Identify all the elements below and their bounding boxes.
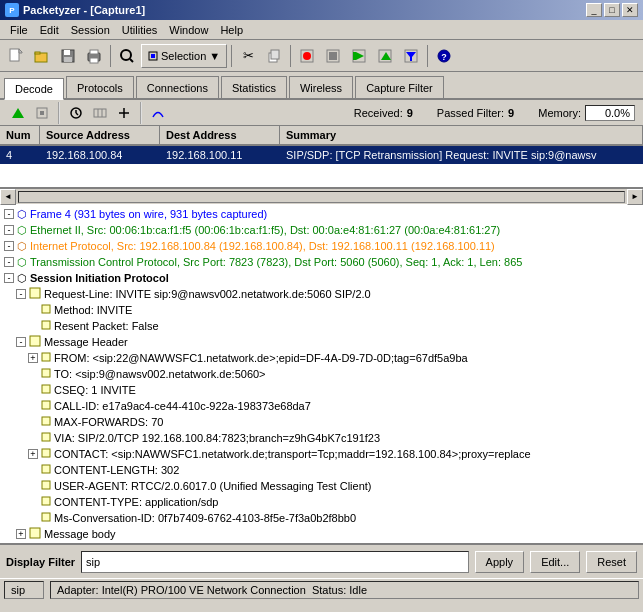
- tree-row-from[interactable]: + FROM: <sip:22@NAWWSFC1.netatwork.de>;e…: [0, 350, 643, 366]
- via-text: VIA: SIP/2.0/TCP 192.168.100.84:7823;bra…: [54, 432, 380, 444]
- resent-text: Resent Packet: False: [54, 320, 159, 332]
- tree-row-ms-conv[interactable]: Ms-Conversation-ID: 0f7b7409-6762-4103-8…: [0, 510, 643, 526]
- col-sum-header[interactable]: Summary: [280, 126, 643, 144]
- minimize-button[interactable]: _: [586, 3, 602, 17]
- tree-row-msg-body[interactable]: + Message body: [0, 526, 643, 542]
- tab-wireless[interactable]: Wireless: [289, 76, 353, 98]
- tab-decode[interactable]: Decode: [4, 78, 64, 100]
- expand-frame[interactable]: -: [4, 209, 14, 219]
- pkt-sum: SIP/SDP: [TCP Retransmission] Request: I…: [280, 148, 643, 162]
- dropdown-arrow: ▼: [209, 50, 220, 62]
- print-button[interactable]: [82, 44, 106, 68]
- cut-button[interactable]: ✂: [236, 44, 260, 68]
- tree-row-req-line[interactable]: - Request-Line: INVITE sip:9@nawsv002.ne…: [0, 286, 643, 302]
- menu-window[interactable]: Window: [163, 22, 214, 38]
- menu-utilities[interactable]: Utilities: [116, 22, 163, 38]
- capture-options[interactable]: [373, 44, 397, 68]
- maximize-button[interactable]: □: [604, 3, 620, 17]
- col-src-header[interactable]: Source Address: [40, 126, 160, 144]
- help-button[interactable]: ?: [432, 44, 456, 68]
- packet-tree[interactable]: - ⬡ Frame 4 (931 bytes on wire, 931 byte…: [0, 204, 643, 544]
- col-dst-header[interactable]: Dest Address: [160, 126, 280, 144]
- menu-edit[interactable]: Edit: [34, 22, 65, 38]
- ms-conv-icon: [41, 512, 51, 524]
- cseq-text: CSEQ: 1 INVITE: [54, 384, 136, 396]
- scroll-left[interactable]: ◄: [0, 189, 16, 205]
- eth-text: Ethernet II, Src: 00:06:1b:ca:f1:f5 (00:…: [30, 224, 500, 236]
- tree-row-msg-hdr[interactable]: - Message Header: [0, 334, 643, 350]
- reset-button[interactable]: Reset: [586, 551, 637, 573]
- expand-eth[interactable]: -: [4, 225, 14, 235]
- save-button[interactable]: [56, 44, 80, 68]
- expand-msg-hdr[interactable]: -: [16, 337, 26, 347]
- sip-text: Session Initiation Protocol: [30, 272, 169, 284]
- new-button[interactable]: [4, 44, 28, 68]
- tab-capture-filter[interactable]: Capture Filter: [355, 76, 444, 98]
- tree-row-frame[interactable]: - ⬡ Frame 4 (931 bytes on wire, 931 byte…: [0, 206, 643, 222]
- menu-bar: File Edit Session Utilities Window Help: [0, 20, 643, 40]
- capture-filter[interactable]: [399, 44, 423, 68]
- tree-row-maxfwd[interactable]: MAX-FORWARDS: 70: [0, 414, 643, 430]
- expand-req-line[interactable]: -: [16, 289, 26, 299]
- tree-row-content-type[interactable]: CONTENT-TYPE: application/sdp: [0, 494, 643, 510]
- menu-session[interactable]: Session: [65, 22, 116, 38]
- tree-row-eth[interactable]: - ⬡ Ethernet II, Src: 00:06:1b:ca:f1:f5 …: [0, 222, 643, 238]
- tree-row-callid[interactable]: CALL-ID: e17a9ac4-ce44-410c-922a-198373e…: [0, 398, 643, 414]
- tree-row-tcp[interactable]: - ⬡ Transmission Control Protocol, Src P…: [0, 254, 643, 270]
- tree-row-via[interactable]: VIA: SIP/2.0/TCP 192.168.100.84:7823;bra…: [0, 430, 643, 446]
- tab-statistics[interactable]: Statistics: [221, 76, 287, 98]
- col-num-header[interactable]: Num: [0, 126, 40, 144]
- stats-btn-5[interactable]: [114, 103, 134, 123]
- tree-row-ip[interactable]: - ⬡ Internet Protocol, Src: 192.168.100.…: [0, 238, 643, 254]
- filter-input[interactable]: [81, 551, 469, 573]
- expand-tcp[interactable]: -: [4, 257, 14, 267]
- menu-help[interactable]: Help: [214, 22, 249, 38]
- tree-row-to[interactable]: TO: <sip:9@nawsv002.netatwork.de:5060>: [0, 366, 643, 382]
- capture-restart[interactable]: [347, 44, 371, 68]
- ip-text: Internet Protocol, Src: 192.168.100.84 (…: [30, 240, 495, 252]
- tree-row-cseq[interactable]: CSEQ: 1 INVITE: [0, 382, 643, 398]
- close-button[interactable]: ✕: [622, 3, 638, 17]
- tab-protocols[interactable]: Protocols: [66, 76, 134, 98]
- open-button[interactable]: [30, 44, 54, 68]
- stats-btn-6[interactable]: [148, 103, 168, 123]
- selection-dropdown[interactable]: Selection ▼: [141, 44, 227, 68]
- stats-btn-4[interactable]: [90, 103, 110, 123]
- svg-rect-22: [353, 52, 356, 60]
- expand-sip[interactable]: -: [4, 273, 14, 283]
- expand-ip[interactable]: -: [4, 241, 14, 251]
- search-button[interactable]: [115, 44, 139, 68]
- capture-stop[interactable]: [321, 44, 345, 68]
- scroll-track[interactable]: [18, 191, 625, 203]
- svg-rect-19: [329, 52, 337, 60]
- scroll-right[interactable]: ►: [627, 189, 643, 205]
- content-len-icon: [41, 464, 51, 476]
- table-row[interactable]: 4 192.168.100.84 192.168.100.11 SIP/SDP:…: [0, 146, 643, 164]
- menu-file[interactable]: File: [4, 22, 34, 38]
- tree-row-content-len[interactable]: CONTENT-LENGTH: 302: [0, 462, 643, 478]
- stats-btn-2[interactable]: [32, 103, 52, 123]
- apply-button[interactable]: Apply: [475, 551, 525, 573]
- tree-row-method[interactable]: Method: INVITE: [0, 302, 643, 318]
- field-icon-2: [41, 320, 51, 332]
- tree-row-resent[interactable]: Resent Packet: False: [0, 318, 643, 334]
- copy-button[interactable]: [262, 44, 286, 68]
- filter-bar: Display Filter Apply Edit... Reset: [0, 544, 643, 578]
- toolbar: Selection ▼ ✂ ?: [0, 40, 643, 72]
- expand-contact[interactable]: +: [28, 449, 38, 459]
- stats-btn-3[interactable]: [66, 103, 86, 123]
- to-icon: [41, 368, 51, 380]
- stats-btn-1[interactable]: [8, 103, 28, 123]
- tree-row-useragent[interactable]: USER-AGENT: RTCC/2.0.6017.0 (Unified Mes…: [0, 478, 643, 494]
- tree-row-sip[interactable]: - ⬡ Session Initiation Protocol: [0, 270, 643, 286]
- edit-button[interactable]: Edit...: [530, 551, 580, 573]
- capture-start[interactable]: [295, 44, 319, 68]
- tree-row-contact[interactable]: + CONTACT: <sip:NAWWSFC1.netatwork.de;tr…: [0, 446, 643, 462]
- svg-rect-30: [40, 111, 44, 115]
- expand-from[interactable]: +: [28, 353, 38, 363]
- svg-marker-28: [12, 108, 24, 118]
- horizontal-scrollbar[interactable]: ◄ ►: [0, 188, 643, 204]
- expand-msg-body[interactable]: +: [16, 529, 26, 539]
- tab-connections[interactable]: Connections: [136, 76, 219, 98]
- from-icon: [41, 352, 51, 364]
